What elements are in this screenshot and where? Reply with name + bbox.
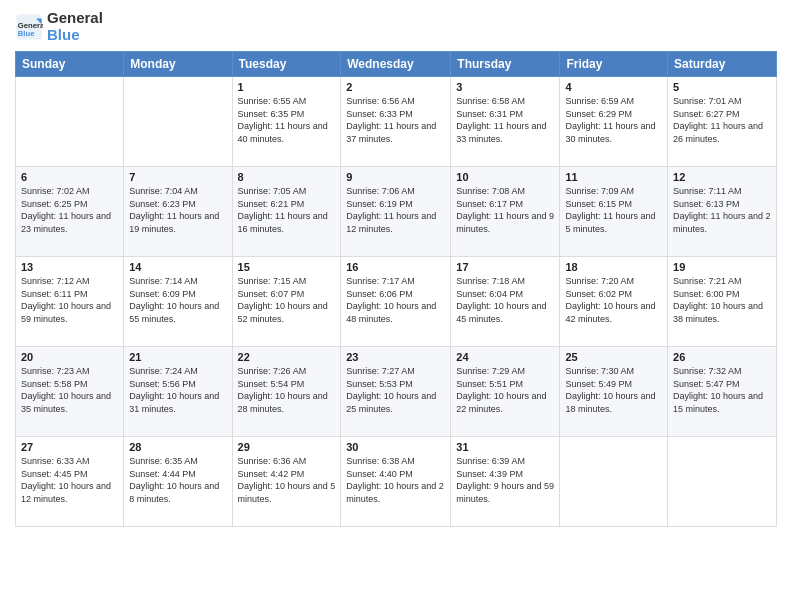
day-number: 28: [129, 441, 226, 453]
day-info: Sunrise: 6:56 AM Sunset: 6:33 PM Dayligh…: [346, 95, 445, 145]
day-info: Sunrise: 7:29 AM Sunset: 5:51 PM Dayligh…: [456, 365, 554, 415]
calendar-cell: 3Sunrise: 6:58 AM Sunset: 6:31 PM Daylig…: [451, 77, 560, 167]
day-info: Sunrise: 7:09 AM Sunset: 6:15 PM Dayligh…: [565, 185, 662, 235]
calendar-cell: 1Sunrise: 6:55 AM Sunset: 6:35 PM Daylig…: [232, 77, 341, 167]
calendar-cell: 28Sunrise: 6:35 AM Sunset: 4:44 PM Dayli…: [124, 437, 232, 527]
day-number: 19: [673, 261, 771, 273]
day-info: Sunrise: 7:23 AM Sunset: 5:58 PM Dayligh…: [21, 365, 118, 415]
svg-text:Blue: Blue: [18, 29, 35, 38]
day-number: 18: [565, 261, 662, 273]
day-number: 8: [238, 171, 336, 183]
day-info: Sunrise: 7:14 AM Sunset: 6:09 PM Dayligh…: [129, 275, 226, 325]
day-of-week-header: Tuesday: [232, 52, 341, 77]
day-number: 26: [673, 351, 771, 363]
calendar-cell: 29Sunrise: 6:36 AM Sunset: 4:42 PM Dayli…: [232, 437, 341, 527]
calendar-cell: 25Sunrise: 7:30 AM Sunset: 5:49 PM Dayli…: [560, 347, 668, 437]
day-number: 7: [129, 171, 226, 183]
day-number: 21: [129, 351, 226, 363]
calendar-cell: 11Sunrise: 7:09 AM Sunset: 6:15 PM Dayli…: [560, 167, 668, 257]
day-info: Sunrise: 6:59 AM Sunset: 6:29 PM Dayligh…: [565, 95, 662, 145]
day-number: 29: [238, 441, 336, 453]
day-number: 13: [21, 261, 118, 273]
day-of-week-header: Monday: [124, 52, 232, 77]
day-number: 14: [129, 261, 226, 273]
day-number: 20: [21, 351, 118, 363]
calendar-cell: 7Sunrise: 7:04 AM Sunset: 6:23 PM Daylig…: [124, 167, 232, 257]
calendar-cell: 15Sunrise: 7:15 AM Sunset: 6:07 PM Dayli…: [232, 257, 341, 347]
day-info: Sunrise: 7:01 AM Sunset: 6:27 PM Dayligh…: [673, 95, 771, 145]
day-number: 2: [346, 81, 445, 93]
day-info: Sunrise: 6:58 AM Sunset: 6:31 PM Dayligh…: [456, 95, 554, 145]
logo-icon: General Blue: [15, 13, 43, 41]
calendar-cell: [124, 77, 232, 167]
day-number: 12: [673, 171, 771, 183]
calendar-week-row: 27Sunrise: 6:33 AM Sunset: 4:45 PM Dayli…: [16, 437, 777, 527]
day-number: 31: [456, 441, 554, 453]
day-info: Sunrise: 7:27 AM Sunset: 5:53 PM Dayligh…: [346, 365, 445, 415]
day-number: 16: [346, 261, 445, 273]
header: General Blue GeneralBlue: [15, 10, 777, 43]
calendar-cell: [668, 437, 777, 527]
calendar-cell: 4Sunrise: 6:59 AM Sunset: 6:29 PM Daylig…: [560, 77, 668, 167]
calendar-cell: 12Sunrise: 7:11 AM Sunset: 6:13 PM Dayli…: [668, 167, 777, 257]
calendar-cell: 5Sunrise: 7:01 AM Sunset: 6:27 PM Daylig…: [668, 77, 777, 167]
day-info: Sunrise: 7:15 AM Sunset: 6:07 PM Dayligh…: [238, 275, 336, 325]
calendar-week-row: 20Sunrise: 7:23 AM Sunset: 5:58 PM Dayli…: [16, 347, 777, 437]
day-info: Sunrise: 7:11 AM Sunset: 6:13 PM Dayligh…: [673, 185, 771, 235]
day-number: 30: [346, 441, 445, 453]
day-info: Sunrise: 7:05 AM Sunset: 6:21 PM Dayligh…: [238, 185, 336, 235]
calendar-cell: 18Sunrise: 7:20 AM Sunset: 6:02 PM Dayli…: [560, 257, 668, 347]
day-info: Sunrise: 7:18 AM Sunset: 6:04 PM Dayligh…: [456, 275, 554, 325]
day-number: 22: [238, 351, 336, 363]
calendar-cell: 10Sunrise: 7:08 AM Sunset: 6:17 PM Dayli…: [451, 167, 560, 257]
calendar-cell: [16, 77, 124, 167]
day-info: Sunrise: 7:24 AM Sunset: 5:56 PM Dayligh…: [129, 365, 226, 415]
day-info: Sunrise: 7:04 AM Sunset: 6:23 PM Dayligh…: [129, 185, 226, 235]
calendar-cell: 26Sunrise: 7:32 AM Sunset: 5:47 PM Dayli…: [668, 347, 777, 437]
calendar-cell: 20Sunrise: 7:23 AM Sunset: 5:58 PM Dayli…: [16, 347, 124, 437]
calendar-cell: 14Sunrise: 7:14 AM Sunset: 6:09 PM Dayli…: [124, 257, 232, 347]
day-info: Sunrise: 7:20 AM Sunset: 6:02 PM Dayligh…: [565, 275, 662, 325]
day-number: 3: [456, 81, 554, 93]
day-number: 24: [456, 351, 554, 363]
calendar-cell: 30Sunrise: 6:38 AM Sunset: 4:40 PM Dayli…: [341, 437, 451, 527]
page: General Blue GeneralBlue SundayMondayTue…: [0, 0, 792, 612]
calendar-cell: 21Sunrise: 7:24 AM Sunset: 5:56 PM Dayli…: [124, 347, 232, 437]
day-number: 25: [565, 351, 662, 363]
day-number: 15: [238, 261, 336, 273]
day-info: Sunrise: 7:17 AM Sunset: 6:06 PM Dayligh…: [346, 275, 445, 325]
day-info: Sunrise: 7:26 AM Sunset: 5:54 PM Dayligh…: [238, 365, 336, 415]
calendar-header-row: SundayMondayTuesdayWednesdayThursdayFrid…: [16, 52, 777, 77]
calendar-cell: 8Sunrise: 7:05 AM Sunset: 6:21 PM Daylig…: [232, 167, 341, 257]
calendar-cell: 24Sunrise: 7:29 AM Sunset: 5:51 PM Dayli…: [451, 347, 560, 437]
day-info: Sunrise: 6:38 AM Sunset: 4:40 PM Dayligh…: [346, 455, 445, 505]
calendar-week-row: 13Sunrise: 7:12 AM Sunset: 6:11 PM Dayli…: [16, 257, 777, 347]
day-number: 10: [456, 171, 554, 183]
day-of-week-header: Sunday: [16, 52, 124, 77]
day-number: 1: [238, 81, 336, 93]
day-number: 9: [346, 171, 445, 183]
day-number: 5: [673, 81, 771, 93]
logo-text: GeneralBlue: [47, 10, 103, 43]
calendar-cell: 23Sunrise: 7:27 AM Sunset: 5:53 PM Dayli…: [341, 347, 451, 437]
day-info: Sunrise: 7:30 AM Sunset: 5:49 PM Dayligh…: [565, 365, 662, 415]
day-info: Sunrise: 7:12 AM Sunset: 6:11 PM Dayligh…: [21, 275, 118, 325]
calendar-cell: 17Sunrise: 7:18 AM Sunset: 6:04 PM Dayli…: [451, 257, 560, 347]
calendar-cell: 19Sunrise: 7:21 AM Sunset: 6:00 PM Dayli…: [668, 257, 777, 347]
day-of-week-header: Thursday: [451, 52, 560, 77]
day-info: Sunrise: 6:55 AM Sunset: 6:35 PM Dayligh…: [238, 95, 336, 145]
calendar-cell: 16Sunrise: 7:17 AM Sunset: 6:06 PM Dayli…: [341, 257, 451, 347]
day-info: Sunrise: 7:02 AM Sunset: 6:25 PM Dayligh…: [21, 185, 118, 235]
day-info: Sunrise: 6:35 AM Sunset: 4:44 PM Dayligh…: [129, 455, 226, 505]
day-info: Sunrise: 7:08 AM Sunset: 6:17 PM Dayligh…: [456, 185, 554, 235]
calendar-cell: 27Sunrise: 6:33 AM Sunset: 4:45 PM Dayli…: [16, 437, 124, 527]
day-info: Sunrise: 7:21 AM Sunset: 6:00 PM Dayligh…: [673, 275, 771, 325]
day-number: 27: [21, 441, 118, 453]
day-number: 6: [21, 171, 118, 183]
day-number: 23: [346, 351, 445, 363]
calendar-cell: 31Sunrise: 6:39 AM Sunset: 4:39 PM Dayli…: [451, 437, 560, 527]
day-info: Sunrise: 6:36 AM Sunset: 4:42 PM Dayligh…: [238, 455, 336, 505]
day-of-week-header: Saturday: [668, 52, 777, 77]
day-info: Sunrise: 7:06 AM Sunset: 6:19 PM Dayligh…: [346, 185, 445, 235]
calendar-cell: 9Sunrise: 7:06 AM Sunset: 6:19 PM Daylig…: [341, 167, 451, 257]
